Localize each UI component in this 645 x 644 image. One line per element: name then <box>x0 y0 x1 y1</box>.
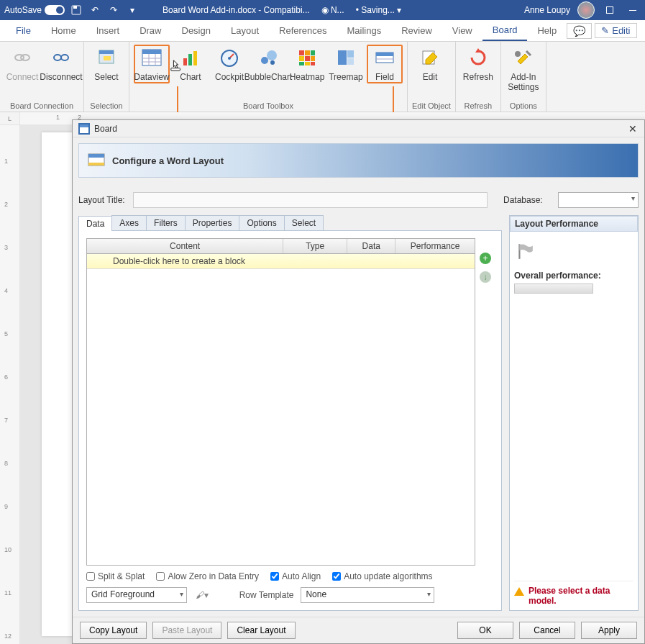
col-data[interactable]: Data <box>347 239 395 253</box>
grid-foreground-select[interactable]: Grid Foreground <box>86 587 187 603</box>
connect-button[interactable]: Connect <box>4 45 40 82</box>
select-button[interactable]: Select <box>88 45 124 82</box>
tab-filters[interactable]: Filters <box>146 215 186 230</box>
dataview-button[interactable]: Dataview <box>134 45 170 83</box>
field-label: Field <box>375 72 394 82</box>
paste-layout-button[interactable]: Paste Layout <box>152 622 221 639</box>
edit-button[interactable]: Edit <box>412 45 448 82</box>
tab-board[interactable]: Board <box>482 20 528 41</box>
ok-button[interactable]: OK <box>457 622 513 639</box>
user-name[interactable]: Anne Loupy <box>524 5 570 15</box>
apply-button[interactable]: Apply <box>581 622 637 639</box>
tab-help[interactable]: Help <box>527 21 567 40</box>
tab-data[interactable]: Data <box>78 216 112 231</box>
tab-home[interactable]: Home <box>41 21 86 40</box>
comments-button[interactable]: 💬 <box>567 23 592 39</box>
close-button[interactable]: ✕ <box>627 123 639 135</box>
shield-icon: ◉ N... <box>321 5 344 15</box>
bubblechart-button[interactable]: BubbleChart <box>250 45 286 82</box>
svg-rect-31 <box>305 62 310 65</box>
tab-options[interactable]: Options <box>239 215 284 230</box>
disconnect-icon <box>50 46 73 69</box>
minimize-button[interactable] <box>625 5 641 15</box>
redo-icon[interactable]: ↷ <box>108 4 119 16</box>
grid-hint-row[interactable]: Double-click here to create a block <box>87 254 475 269</box>
tab-view[interactable]: View <box>442 21 482 40</box>
field-button[interactable]: Field <box>367 45 403 83</box>
tab-design[interactable]: Design <box>172 21 221 40</box>
tab-axes[interactable]: Axes <box>111 215 147 230</box>
ribbon-display-icon[interactable] <box>602 5 618 15</box>
row-template-select[interactable]: None <box>301 587 434 603</box>
tab-file[interactable]: File <box>6 21 41 40</box>
disconnect-button[interactable]: Disconnect <box>43 45 79 82</box>
layout-title-input[interactable] <box>133 192 488 208</box>
database-select[interactable] <box>558 192 639 208</box>
banner-text: Configure a Word Layout <box>112 155 224 166</box>
autosave-toggle[interactable]: AutoSave <box>4 5 65 15</box>
col-perf[interactable]: Performance <box>395 239 475 253</box>
chk-split[interactable]: Split & Splat <box>86 571 145 581</box>
chk-auto-align[interactable]: Auto Align <box>270 571 321 581</box>
col-type[interactable]: Type <box>283 239 347 253</box>
avatar[interactable] <box>577 1 595 19</box>
board-dialog: Board ✕ Configure a Word Layout Layout T… <box>72 119 645 644</box>
copy-layout-button[interactable]: Copy Layout <box>80 622 147 639</box>
warning-icon <box>514 587 524 596</box>
svg-point-20 <box>228 57 231 60</box>
col-content[interactable]: Content <box>87 239 283 253</box>
tab-select[interactable]: Select <box>284 215 324 230</box>
select-label: Select <box>94 72 118 82</box>
addin-settings-button[interactable]: Add-In Settings <box>506 45 541 92</box>
chk-auto-update[interactable]: Auto update algorithms <box>332 571 432 581</box>
editing-button[interactable]: ✎Editi <box>595 23 636 38</box>
refresh-button[interactable]: Refresh <box>460 45 496 82</box>
row-template-label: Row Template <box>239 590 294 600</box>
group-label: Board Connection <box>4 100 79 112</box>
tab-insert[interactable]: Insert <box>86 21 130 40</box>
add-block-button[interactable]: + <box>480 253 491 264</box>
tab-references[interactable]: References <box>269 21 337 40</box>
tab-draw[interactable]: Draw <box>129 21 171 40</box>
chk-allow-zero[interactable]: Alow Zero in Data Entry <box>156 571 259 581</box>
brush-tool[interactable]: 🖌▾ <box>194 587 210 603</box>
cockpit-button[interactable]: Cockpit <box>211 45 247 82</box>
select-icon <box>95 46 118 69</box>
connect-label: Connect <box>6 72 39 82</box>
undo-icon[interactable]: ↶ <box>89 4 101 16</box>
layout-tabs: Data Axes Filters Properties Options Sel… <box>78 215 502 231</box>
svg-rect-7 <box>99 50 114 54</box>
svg-rect-34 <box>347 50 354 58</box>
ruler-vertical: 12 34 56 78 910 1112 <box>0 125 20 644</box>
svg-rect-15 <box>183 58 187 65</box>
tab-layout[interactable]: Layout <box>221 21 269 40</box>
svg-rect-1 <box>73 6 77 9</box>
clear-layout-button[interactable]: Clear Layout <box>227 622 295 639</box>
treemap-button[interactable]: Treemap <box>328 45 364 82</box>
chart-button[interactable]: Chart <box>173 45 209 82</box>
tab-properties[interactable]: Properties <box>185 215 240 230</box>
app-icon <box>78 123 90 135</box>
tab-review[interactable]: Review <box>391 21 442 40</box>
ribbon-group-edit-object: EditEdit Object <box>408 42 456 112</box>
dialog-titlebar[interactable]: Board ✕ <box>73 120 644 137</box>
data-grid[interactable]: Content Type Data Performance Double-cli… <box>86 238 475 566</box>
cancel-button[interactable]: Cancel <box>519 622 575 639</box>
qat-dropdown-icon[interactable]: ▾ <box>127 4 138 16</box>
svg-rect-30 <box>299 62 304 65</box>
ribbon: ConnectDisconnectBoard ConnectionSelectS… <box>0 42 645 112</box>
move-down-button[interactable]: ↓ <box>480 271 491 283</box>
bubblechart-icon <box>257 46 280 69</box>
tab-mailings[interactable]: Mailings <box>337 21 392 40</box>
heatmap-button[interactable]: Heatmap <box>289 45 325 82</box>
group-label: Edit Object <box>412 100 451 112</box>
overall-label: Overall performance: <box>514 271 633 281</box>
save-status: • Saving... ▾ <box>356 5 402 15</box>
filename: Board Word Add-in.docx - Compatibi... <box>163 5 310 15</box>
save-icon[interactable] <box>70 4 82 16</box>
layout-icon <box>88 152 105 169</box>
svg-rect-47 <box>88 163 104 165</box>
heatmap-label: Heatmap <box>290 72 325 82</box>
dataview-icon <box>140 46 163 69</box>
dialog-title: Board <box>94 124 117 134</box>
